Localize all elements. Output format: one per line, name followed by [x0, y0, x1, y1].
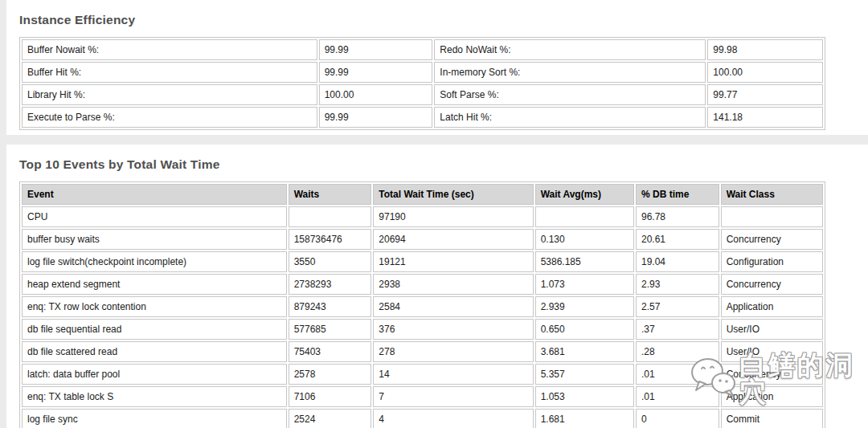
cell-event: buffer busy waits	[22, 229, 287, 250]
metric-label: Execute to Parse %:	[22, 107, 317, 128]
table-header-row: EventWaitsTotal Wait Time (sec)Wait Avg(…	[22, 184, 823, 205]
cell-event: db file scattered read	[22, 341, 287, 362]
event-row: enq: TX row lock contention87924325842.9…	[22, 296, 823, 317]
cell-event: CPU	[22, 206, 287, 227]
top-events-title: Top 10 Events by Total Wait Time	[19, 157, 855, 172]
event-row: log file sync252441.6810Commit	[22, 409, 823, 428]
cell-wait-avg: 5386.185	[535, 251, 634, 272]
metric-label: Buffer Nowait %:	[22, 39, 317, 60]
cell-wait-class: Concurrency	[721, 364, 823, 385]
cell-waits: 2578	[289, 364, 372, 385]
cell-pct-db-time: 96.78	[636, 206, 719, 227]
cell-event: log file sync	[22, 409, 287, 428]
metric-value: 99.98	[707, 39, 823, 60]
cell-wait-class: User/IO	[721, 319, 823, 340]
cell-waits: 577685	[289, 319, 372, 340]
cell-pct-db-time: 19.04	[636, 251, 719, 272]
metric-value: 99.99	[319, 62, 433, 83]
event-row: log file switch(checkpoint incomplete)35…	[22, 251, 823, 272]
column-header-wait-class: Wait Class	[721, 184, 823, 205]
column-header-event: Event	[22, 184, 287, 205]
metric-row: Library Hit %:100.00Soft Parse %:99.77	[22, 84, 823, 105]
cell-event: db file sequential read	[22, 319, 287, 340]
metric-label: Library Hit %:	[22, 84, 317, 105]
cell-waits	[289, 206, 372, 227]
cell-pct-db-time: .28	[636, 341, 719, 362]
cell-pct-db-time: .01	[636, 386, 719, 407]
cell-event: log file switch(checkpoint incomplete)	[22, 251, 287, 272]
cell-wait-class	[721, 206, 823, 227]
instance-efficiency-table: Buffer Nowait %:99.99Redo NoWait %:99.98…	[19, 37, 825, 130]
metric-label: Latch Hit %:	[434, 107, 706, 128]
cell-total-wait-time: 376	[373, 319, 533, 340]
top-events-table: EventWaitsTotal Wait Time (sec)Wait Avg(…	[19, 181, 825, 428]
cell-waits: 158736476	[289, 229, 372, 250]
cell-wait-class: Application	[721, 386, 823, 407]
metric-value: 141.18	[707, 107, 823, 128]
cell-pct-db-time: 2.93	[636, 274, 719, 295]
cell-wait-class: Commit	[721, 409, 823, 428]
cell-wait-avg: 0.650	[535, 319, 634, 340]
cell-wait-class: Concurrency	[721, 229, 823, 250]
metric-row: Buffer Nowait %:99.99Redo NoWait %:99.98	[22, 39, 823, 60]
cell-wait-class: User/IO	[721, 341, 823, 362]
cell-wait-avg: 0.130	[535, 229, 634, 250]
cell-event: heap extend segment	[22, 274, 287, 295]
cell-wait-avg: 1.681	[535, 409, 634, 428]
metric-label: In-memory Sort %:	[434, 62, 706, 83]
cell-wait-class: Configuration	[721, 251, 823, 272]
metric-label: Buffer Hit %:	[22, 62, 317, 83]
event-row: latch: data buffer pool2578145.357.01Con…	[22, 364, 823, 385]
cell-pct-db-time: 20.61	[636, 229, 719, 250]
metric-row: Buffer Hit %:99.99In-memory Sort %:100.0…	[22, 62, 823, 83]
cell-waits: 7106	[289, 386, 372, 407]
instance-efficiency-section: Instance Efficiency Buffer Nowait %:99.9…	[6, 0, 868, 135]
cell-wait-avg	[535, 206, 634, 227]
column-header-total-wait-time: Total Wait Time (sec)	[373, 184, 533, 205]
cell-wait-avg: 2.939	[535, 296, 634, 317]
cell-wait-avg: 3.681	[535, 341, 634, 362]
section-divider	[0, 135, 868, 145]
cell-wait-avg: 1.073	[535, 274, 634, 295]
event-row: db file scattered read754032783.681.28Us…	[22, 341, 823, 362]
event-row: CPU9719096.78	[22, 206, 823, 227]
metric-value: 99.99	[319, 107, 433, 128]
metric-label: Soft Parse %:	[434, 84, 706, 105]
metric-value: 99.99	[319, 39, 433, 60]
metric-label: Redo NoWait %:	[434, 39, 706, 60]
cell-waits: 2738293	[289, 274, 372, 295]
cell-wait-class: Application	[721, 296, 823, 317]
cell-pct-db-time: 2.57	[636, 296, 719, 317]
event-row: enq: TX table lock S710671.053.01Applica…	[22, 386, 823, 407]
cell-event: enq: TX table lock S	[22, 386, 287, 407]
cell-waits: 2524	[289, 409, 372, 428]
cell-pct-db-time: .37	[636, 319, 719, 340]
cell-waits: 879243	[289, 296, 372, 317]
metric-value: 99.77	[707, 84, 823, 105]
cell-total-wait-time: 278	[373, 341, 533, 362]
cell-total-wait-time: 14	[373, 364, 533, 385]
cell-wait-class: Concurrency	[721, 274, 823, 295]
event-row: db file sequential read5776853760.650.37…	[22, 319, 823, 340]
cell-waits: 3550	[289, 251, 372, 272]
column-header-pct-db-time: % DB time	[636, 184, 719, 205]
metric-value: 100.00	[707, 62, 823, 83]
cell-event: enq: TX row lock contention	[22, 296, 287, 317]
cell-total-wait-time: 97190	[373, 206, 533, 227]
cell-event: latch: data buffer pool	[22, 364, 287, 385]
cell-waits: 75403	[289, 341, 372, 362]
cell-total-wait-time: 2584	[373, 296, 533, 317]
event-row: buffer busy waits158736476206940.13020.6…	[22, 229, 823, 250]
event-row: heap extend segment273829329381.0732.93C…	[22, 274, 823, 295]
cell-pct-db-time: 0	[636, 409, 719, 428]
cell-wait-avg: 1.053	[535, 386, 634, 407]
cell-total-wait-time: 7	[373, 386, 533, 407]
cell-pct-db-time: .01	[636, 364, 719, 385]
metric-value: 100.00	[319, 84, 433, 105]
instance-efficiency-title: Instance Efficiency	[19, 13, 855, 27]
column-header-wait-avg: Wait Avg(ms)	[535, 184, 634, 205]
metric-row: Execute to Parse %:99.99Latch Hit %:141.…	[22, 107, 823, 128]
cell-total-wait-time: 20694	[373, 229, 533, 250]
page: Instance Efficiency Buffer Nowait %:99.9…	[0, 0, 868, 428]
cell-wait-avg: 5.357	[535, 364, 634, 385]
